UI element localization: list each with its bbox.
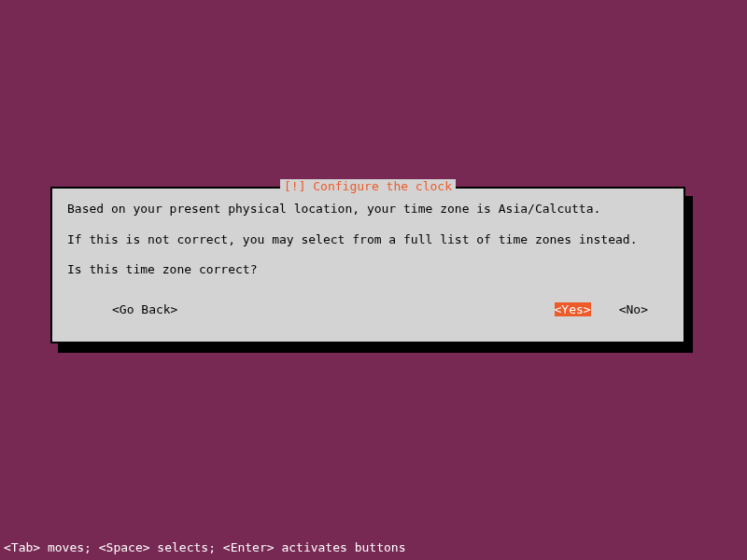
dialog-title: [!] Configure the clock bbox=[280, 179, 456, 193]
no-button[interactable]: <No> bbox=[619, 302, 648, 316]
dialog-text-line1: Based on your present physical location,… bbox=[67, 200, 669, 218]
status-bar: <Tab> moves; <Space> selects; <Enter> ac… bbox=[4, 540, 405, 554]
configure-clock-dialog: [!] Configure the clock Based on your pr… bbox=[50, 187, 685, 343]
yes-button[interactable]: <Yes> bbox=[555, 302, 591, 316]
button-row: <Go Back> <Yes> <No> bbox=[52, 302, 684, 316]
go-back-button[interactable]: <Go Back> bbox=[112, 302, 177, 316]
dialog-text-line2: If this is not correct, you may select f… bbox=[67, 231, 669, 249]
dialog-content: Based on your present physical location,… bbox=[52, 189, 684, 302]
dialog-title-wrap: [!] Configure the clock bbox=[52, 179, 684, 193]
dialog-text-line3: Is this time zone correct? bbox=[67, 260, 669, 279]
